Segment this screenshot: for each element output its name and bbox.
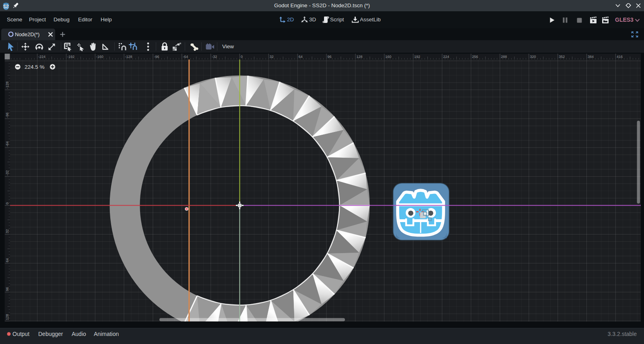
svg-text:-96: -96: [154, 55, 159, 59]
svg-text:128: 128: [5, 314, 9, 320]
svg-text:384: 384: [588, 55, 594, 59]
svg-text:64: 64: [5, 258, 9, 262]
svg-text:416: 416: [617, 55, 623, 59]
svg-text:-32: -32: [5, 170, 9, 175]
svg-text:352: 352: [559, 55, 565, 59]
svg-text:128: 128: [356, 55, 362, 59]
svg-text:32: 32: [5, 229, 9, 233]
svg-text:160: 160: [385, 55, 391, 59]
svg-text:256: 256: [472, 55, 478, 59]
svg-text:192: 192: [414, 55, 420, 59]
svg-text:-96: -96: [5, 112, 9, 117]
svg-text:224: 224: [443, 55, 449, 59]
svg-text:-192: -192: [67, 55, 74, 59]
svg-text:-64: -64: [183, 55, 188, 59]
svg-text:-32: -32: [212, 55, 217, 59]
svg-text:0: 0: [5, 202, 9, 204]
svg-text:224.5 %: 224.5 %: [25, 64, 45, 70]
svg-text:-64: -64: [5, 141, 9, 146]
svg-text:-160: -160: [96, 55, 103, 59]
svg-text:-128: -128: [5, 82, 9, 89]
svg-text:288: 288: [501, 55, 507, 59]
svg-text:96: 96: [5, 287, 9, 291]
svg-text:-224: -224: [38, 55, 45, 59]
svg-text:-128: -128: [125, 55, 132, 59]
svg-text:320: 320: [530, 55, 536, 59]
